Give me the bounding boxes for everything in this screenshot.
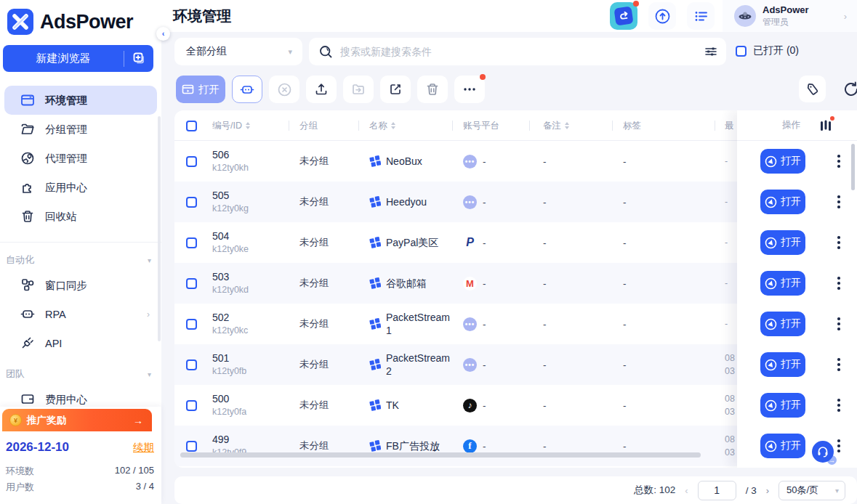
bulk-more-button[interactable] (454, 76, 485, 103)
sidebar-item-apps[interactable]: 应用中心 (4, 173, 157, 202)
select-all-checkbox[interactable] (186, 110, 197, 141)
row-name-cell[interactable]: TK (369, 385, 450, 426)
next-page-button[interactable]: › (766, 485, 769, 496)
open-environment-button[interactable]: 打开 (760, 312, 805, 336)
row-more-menu[interactable] (836, 316, 842, 332)
row-more-menu[interactable] (836, 153, 842, 169)
opened-filter-checkbox[interactable]: 已打开 (0) (736, 44, 799, 57)
row-name-cell[interactable]: 谷歌邮箱 (369, 263, 450, 304)
row-more-menu[interactable] (836, 194, 842, 210)
column-header-group: 分组 (299, 110, 318, 141)
row-checkbox[interactable] (186, 385, 197, 426)
sidebar-item-api[interactable]: API (0, 329, 161, 358)
open-environment-button[interactable]: 打开 (760, 434, 805, 458)
refresh-button[interactable] (837, 76, 857, 102)
row-name-cell[interactable]: FB广告投放 (369, 426, 450, 466)
row-id-cell: 505k12ty0kg (212, 182, 249, 222)
sort-icon[interactable] (391, 122, 395, 129)
row-checkbox[interactable] (186, 222, 197, 263)
open-environment-button[interactable]: 打开 (760, 190, 805, 214)
sidebar-nav: 环境管理 分组管理 代理管理 应用中心 (0, 86, 161, 231)
section-automation[interactable]: 自动化 ▾ (0, 251, 161, 269)
row-more-menu[interactable] (836, 397, 842, 413)
renew-link[interactable]: 续期 (133, 441, 154, 455)
sidebar-item-proxies[interactable]: 代理管理 (4, 144, 157, 173)
sort-icon[interactable] (246, 122, 250, 129)
row-more-menu[interactable] (836, 275, 842, 291)
column-header-tags: 标签 (623, 110, 641, 141)
row-checkbox[interactable] (186, 344, 197, 385)
refresh-icon (842, 81, 857, 98)
section-team[interactable]: 团队 ▾ (0, 365, 161, 383)
row-name-cell[interactable]: NeoBux (369, 141, 450, 182)
checkbox[interactable] (736, 46, 747, 57)
horizontal-scrollbar[interactable] (180, 452, 701, 458)
sidebar-collapse-button[interactable]: ‹ (156, 27, 170, 41)
row-checkbox[interactable] (186, 141, 197, 182)
row-name-cell[interactable]: Heedyou (369, 182, 450, 222)
sidebar-item-rpa[interactable]: RPA › (0, 300, 161, 329)
row-name-cell[interactable]: PayPal美区 (369, 222, 450, 263)
column-header-note[interactable]: 备注 (543, 110, 569, 141)
bulk-open-button[interactable]: 打开 (176, 76, 225, 103)
tag-manager-button[interactable] (799, 76, 826, 102)
adspower-app: AdsPower 新建浏览器 环境管理 分组管理 (0, 0, 857, 504)
open-environment-button[interactable]: 打开 (760, 149, 805, 174)
row-name-cell[interactable]: PacketStream 1 (369, 304, 450, 344)
open-environment-button[interactable]: 打开 (760, 271, 805, 296)
row-name-cell[interactable]: PacketStream 2 (369, 344, 450, 385)
row-more-menu[interactable] (836, 438, 842, 454)
row-more-menu[interactable] (836, 357, 842, 373)
plug-icon (20, 336, 35, 352)
row-checkbox[interactable] (186, 426, 197, 466)
sidebar-item-environments[interactable]: 环境管理 (4, 86, 157, 115)
vertical-scrollbar[interactable] (851, 144, 855, 190)
open-environment-button[interactable]: 打开 (760, 352, 805, 377)
avatar (734, 5, 756, 27)
row-checkbox[interactable] (186, 182, 197, 222)
bulk-delete-button[interactable] (417, 76, 448, 103)
sidebar-item-window-sync[interactable]: 窗口同步 (0, 271, 161, 300)
column-header-name[interactable]: 名称 (369, 110, 395, 141)
coin-icon: ¥ (9, 414, 22, 426)
open-environment-button[interactable]: 打开 (760, 230, 805, 255)
column-settings-icon[interactable] (820, 118, 832, 136)
column-header-id[interactable]: 编号/ID (212, 110, 250, 141)
task-list-button[interactable] (687, 2, 715, 30)
browser-kernel-icon (369, 318, 381, 330)
prev-page-button[interactable]: ‹ (685, 485, 688, 496)
row-id-cell: 501k12ty0fb (212, 344, 246, 385)
row-id-cell: 503k12ty0kd (212, 263, 249, 304)
sidebar-item-groups[interactable]: 分组管理 (4, 115, 157, 144)
page-input[interactable] (698, 481, 736, 500)
search-input[interactable] (340, 46, 704, 57)
promo-app-button[interactable] (610, 2, 637, 30)
promo-banner[interactable]: ¥ 推广奖励 → (2, 409, 152, 431)
bulk-share-button[interactable] (380, 76, 411, 103)
sidebar-item-label: 窗口同步 (45, 279, 87, 293)
sidebar-item-trash[interactable]: 回收站 (4, 202, 157, 231)
advanced-filter-icon[interactable] (704, 45, 717, 58)
bulk-close-button[interactable] (269, 76, 299, 103)
update-button[interactable] (648, 2, 676, 30)
sidebar-scrollbar[interactable] (158, 116, 161, 341)
row-checkbox[interactable] (186, 263, 197, 304)
sort-icon[interactable] (565, 122, 569, 129)
sidebar-item-label: API (45, 338, 62, 349)
bulk-move-group-button[interactable] (343, 76, 374, 103)
operations-header: 操作 (737, 110, 857, 141)
search-box (309, 38, 726, 65)
section-label: 团队 (6, 367, 25, 381)
page-size-select[interactable]: 50条/页 ▾ (778, 481, 845, 500)
bulk-export-button[interactable] (306, 76, 337, 103)
row-checkbox[interactable] (186, 304, 197, 344)
open-environment-button[interactable]: 打开 (760, 393, 805, 418)
row-more-menu[interactable] (836, 235, 842, 251)
new-browser-button[interactable]: 新建浏览器 (3, 45, 153, 72)
batch-create-icon[interactable] (124, 52, 153, 65)
group-filter-select[interactable]: 全部分组 ▾ (174, 38, 302, 65)
support-button[interactable] (812, 441, 834, 463)
user-menu[interactable]: AdsPower 管理员 › (723, 0, 857, 32)
browser-kernel-icon (369, 440, 381, 452)
bulk-rpa-button[interactable] (232, 76, 262, 103)
